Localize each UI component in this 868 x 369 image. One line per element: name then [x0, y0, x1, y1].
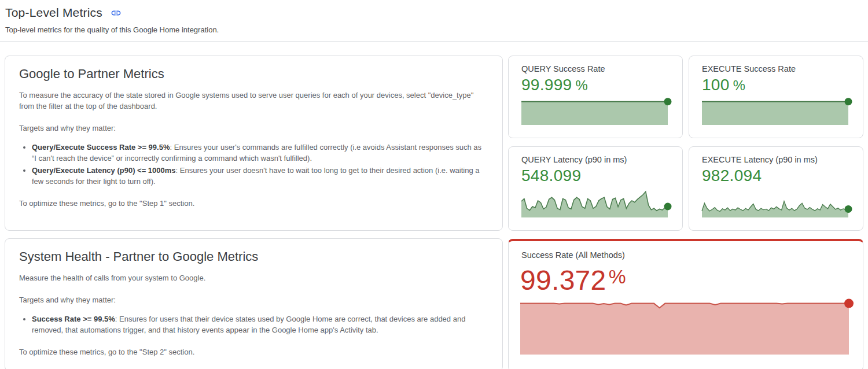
card-title: Google to Partner Metrics [19, 67, 488, 82]
card-intro: To measure the accuracy of the state sto… [19, 90, 488, 112]
sparkline-execute-success [702, 94, 848, 125]
metric-title: EXECUTE Success Rate [702, 64, 848, 73]
targets-label: Targets and why they matter: [19, 123, 488, 134]
metric-title: EXECUTE Latency (p90 in ms) [702, 155, 848, 164]
metric-value: 99.372% [520, 264, 849, 296]
card-google-to-partner-metrics: Google to Partner Metrics To measure the… [5, 56, 503, 231]
metric-title: QUERY Success Rate [521, 64, 668, 73]
metric-unit: % [575, 78, 587, 94]
card-system-health-partner-to-google: System Health - Partner to Google Metric… [5, 238, 503, 369]
bullet-lead: Query/Execute Latency (p90) <= 1000ms [32, 166, 176, 175]
list-item: Success Rate >= 99.5%: Ensures for users… [32, 313, 482, 335]
metric-number: 99.999 [521, 76, 572, 94]
bullet-lead: Success Rate >= 99.5% [32, 315, 115, 323]
metric-value: 100% [702, 76, 848, 94]
metric-tile-query-success-rate: QUERY Success Rate 99.999% [508, 56, 683, 138]
metric-number: 99.372 [520, 264, 606, 296]
metric-title: QUERY Latency (p90 in ms) [521, 155, 668, 164]
targets-list: Query/Execute Success Rate >= 99.5%: Ens… [19, 142, 482, 187]
anchor-link-icon[interactable] [111, 8, 122, 19]
sparkline-query-latency [521, 185, 668, 217]
metric-value: 982.094 [702, 167, 848, 185]
metric-unit: % [733, 78, 745, 94]
card-title: System Health - Partner to Google Metric… [19, 249, 488, 264]
bullet-lead: Query/Execute Success Rate >= 99.5% [32, 143, 170, 152]
metric-value: 99.999% [521, 76, 668, 94]
card-intro: Measure the health of calls from your sy… [19, 272, 488, 283]
card-footer: To optimize these metrics, go to the "St… [19, 198, 488, 209]
metric-number: 982.094 [702, 167, 762, 185]
sparkline-success-all-methods [520, 300, 849, 355]
page-title: Top-Level Metrics [5, 6, 102, 20]
metric-tile-success-rate-all-methods: Success Rate (All Methods) 99.372% [508, 239, 863, 369]
metric-title: Success Rate (All Methods) [521, 250, 849, 260]
list-item: Query/Execute Success Rate >= 99.5%: Ens… [32, 142, 482, 164]
page-header: Top-Level Metrics Top-level metrics for … [0, 0, 868, 34]
metric-tile-execute-success-rate: EXECUTE Success Rate 100% [689, 56, 863, 138]
list-item: Query/Execute Latency (p90) <= 1000ms: E… [32, 165, 482, 187]
sparkline-query-success [521, 94, 668, 125]
targets-label: Targets and why they matter: [19, 294, 488, 305]
metric-number: 548.099 [521, 167, 581, 185]
targets-list: Success Rate >= 99.5%: Ensures for users… [19, 313, 482, 335]
metric-unit: % [609, 266, 626, 288]
metrics-grid: QUERY Success Rate 99.999% EXECUTE Succe… [508, 56, 863, 369]
metric-tile-query-latency: QUERY Latency (p90 in ms) 548.099 [508, 146, 683, 231]
card-footer: To optimize these metrics, go to the "St… [19, 346, 488, 357]
metric-number: 100 [702, 76, 730, 94]
page-subtitle: Top-level metrics for the quality of thi… [5, 25, 862, 34]
dashboard-grid: Google to Partner Metrics To measure the… [0, 42, 868, 369]
metric-tile-execute-latency: EXECUTE Latency (p90 in ms) 982.094 [689, 146, 863, 231]
sparkline-execute-latency [702, 185, 848, 217]
title-row: Top-Level Metrics [5, 6, 862, 20]
metric-value: 548.099 [521, 167, 668, 185]
